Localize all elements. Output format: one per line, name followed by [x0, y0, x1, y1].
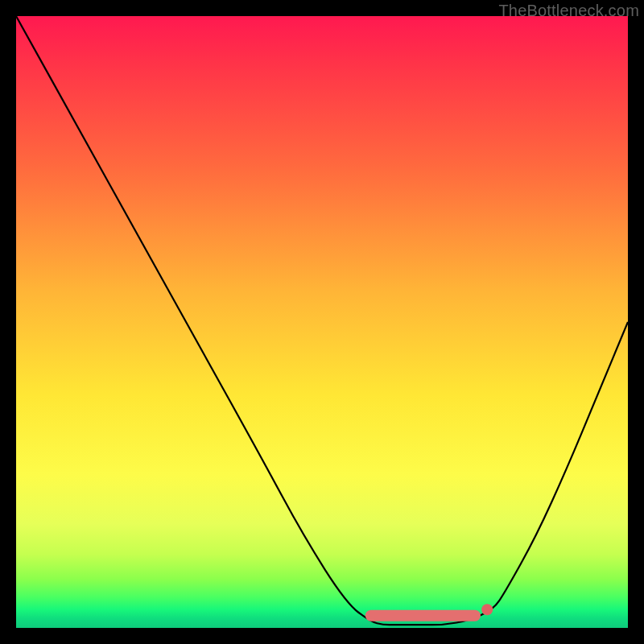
plot-area [16, 16, 628, 628]
curve-svg [16, 16, 628, 628]
marker-dot [481, 604, 493, 615]
chart-container: TheBottleneck.com [0, 0, 644, 644]
bottleneck-curve [16, 16, 628, 625]
